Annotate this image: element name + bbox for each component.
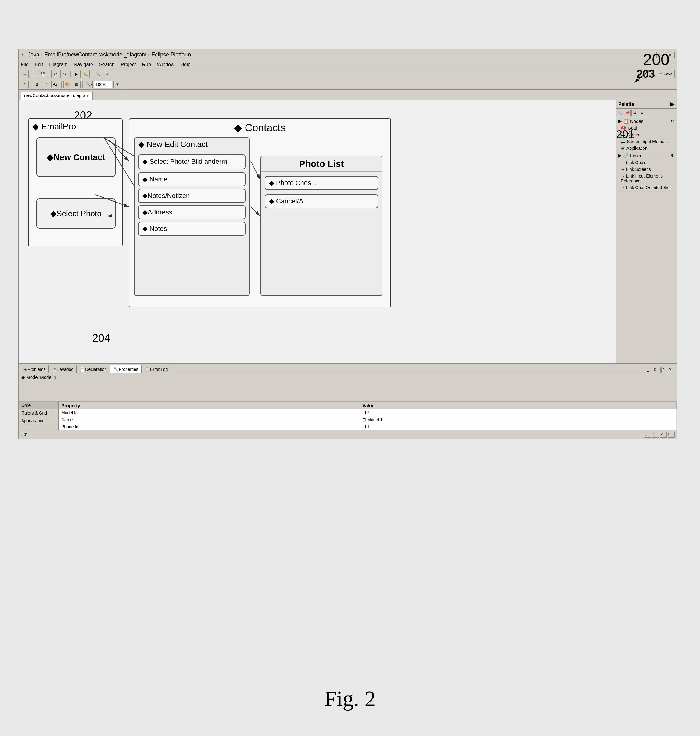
link-goal-oriented-label: → Link Goal-Oriented-Sie — [621, 185, 669, 190]
application-icon: ⚙ — [621, 146, 625, 151]
status-btn-3[interactable]: ↙ — [660, 431, 667, 438]
tb2-select[interactable]: ↖ — [21, 81, 29, 88]
menu-search[interactable]: Search — [99, 62, 115, 68]
tb2-bold[interactable]: B — [33, 81, 41, 88]
tab-errorlog[interactable]: 📋 Error Log — [141, 365, 171, 373]
tb-save[interactable]: 💾 — [39, 70, 47, 78]
props-section-core[interactable]: Core — [19, 402, 58, 409]
palette-item-link-input[interactable]: → Link Input-Element-Reference — [616, 173, 676, 184]
tb2-zoom-out[interactable]: 🔍- — [85, 81, 93, 88]
title-bar: ← Java - EmailPro/newContact.taskmodel_d… — [19, 49, 676, 60]
tb-redo[interactable]: ↪ — [60, 70, 68, 78]
bottom-content: ◆ Model Model 1 — [19, 373, 676, 402]
select-photo-bild-box: ◆ Select Photo/ Bild anderm — [138, 155, 246, 169]
menu-edit[interactable]: Edit — [35, 62, 43, 68]
menu-navigate[interactable]: Navigate — [74, 62, 93, 68]
tab-declaration-icon: 📄 — [80, 367, 85, 372]
model-label: ◆ Model Model 1 — [21, 375, 56, 380]
status-btn-2[interactable]: ≡ — [652, 431, 659, 438]
tb2-italic[interactable]: I — [42, 81, 50, 88]
notes-label: ◆ Notes — [143, 225, 167, 233]
toolbar-2: ↖ B I A↕ 🎨 ⊞ 🔍- ▼ — [19, 79, 676, 90]
new-contact-box: ◆New Contact — [36, 137, 116, 177]
tb-sep2 — [70, 71, 71, 78]
contacts-title: ◆ Contacts — [129, 119, 390, 136]
palette-arrow-right[interactable]: ▶ — [671, 101, 674, 107]
ref-201: 201 — [616, 128, 634, 141]
menu-help[interactable]: Help — [181, 62, 191, 68]
props-section-appearance[interactable]: Appearance — [19, 417, 58, 425]
tb-search[interactable]: 🔍 — [94, 70, 102, 78]
photo-list-title: Photo List — [261, 156, 382, 172]
tab-errorlog-icon: 📋 — [145, 367, 150, 372]
tb-settings[interactable]: ⚙ — [103, 70, 111, 78]
tb-undo[interactable]: ↩ — [51, 70, 59, 78]
palette-header: Palette ▶ — [616, 100, 676, 109]
tab-properties[interactable]: 🔧 Properties — [110, 365, 141, 373]
tb2-zoom-dropdown[interactable]: ▼ — [113, 81, 121, 88]
palette-tb-search[interactable]: 🔍 — [617, 109, 624, 116]
tab-javadoc[interactable]: ☕ Javadoc — [49, 365, 76, 373]
palette-links-header[interactable]: ▶ 🔗 Links ⚙ — [616, 152, 676, 159]
panel-maximize-btn[interactable]: □ — [654, 367, 661, 373]
links-collapse-icon: ▶ — [618, 153, 622, 158]
tb2-grid[interactable]: ⊞ — [73, 81, 81, 88]
prop-phone-id: Phone Id — [59, 423, 360, 430]
tb-new[interactable]: □ — [30, 70, 38, 78]
ref-200-arrow — [628, 67, 653, 85]
val-model-id: Id 2 — [360, 409, 676, 417]
name-label: ◆ Name — [143, 175, 168, 183]
menu-file[interactable]: File — [21, 62, 29, 68]
figure-label: Fig. 2 — [324, 686, 375, 712]
tab-problems-label: Problems — [28, 367, 46, 372]
status-btn-4[interactable]: □ — [668, 431, 675, 438]
tb-back[interactable]: ⬅ — [21, 70, 29, 78]
panel-float-btn[interactable]: ↗ — [661, 367, 668, 373]
panel-minimize-btn[interactable]: _ — [647, 367, 653, 373]
zoom-input[interactable] — [94, 81, 112, 88]
tab-declaration[interactable]: 📄 Declaration — [76, 365, 110, 373]
tb-java-icon[interactable]: ☕ Java — [656, 70, 675, 78]
menu-project[interactable]: Project — [121, 62, 136, 68]
palette-item-application[interactable]: ⚙ Application — [616, 145, 676, 152]
props-model-label: ◆ Model Model 1 — [19, 373, 676, 402]
notes-box: ◆ Notes — [138, 222, 246, 236]
tb-run[interactable]: ▶ — [73, 70, 81, 78]
panel-close-btn[interactable]: ✕ — [669, 367, 675, 373]
menu-diagram[interactable]: Diagram — [49, 62, 68, 68]
tb2-color[interactable]: 🎨 — [63, 81, 71, 88]
palette-section-links-label: Links — [630, 153, 641, 158]
palette-item-link-goal-oriented[interactable]: → Link Goal-Oriented-Sie — [616, 184, 676, 191]
tab-bar: newContact.taskmodel_diagram — [19, 90, 676, 100]
palette-nodes-header[interactable]: ▶ 📋 Nodes ⚙ — [616, 118, 676, 125]
status-right: ⊞ ≡ ↙ □ — [644, 431, 675, 438]
nodes-settings-icon[interactable]: ⚙ — [671, 119, 674, 123]
val-name: ⊞ Model 1 — [360, 417, 676, 423]
props-section-rulers[interactable]: Rulers & Grid — [19, 409, 58, 417]
menu-window[interactable]: Window — [157, 62, 175, 68]
links-settings-icon[interactable]: ⚙ — [671, 153, 674, 158]
palette-item-link-screens[interactable]: → Link Screens — [616, 166, 676, 173]
tb-debug[interactable]: 🐛 — [82, 70, 90, 78]
table-row: Phone Id Id 1 — [59, 423, 676, 430]
palette-tb-more[interactable]: ≡ — [639, 109, 646, 116]
nodes-collapse-icon: ▶ — [618, 118, 622, 124]
palette-item-link-goals[interactable]: — Link Goals — [616, 159, 676, 166]
palette-tb-settings[interactable]: ⚙ — [631, 109, 638, 116]
palette-tb-pin[interactable]: 📌 — [624, 109, 631, 116]
link-goals-label: — Link Goals — [621, 160, 646, 165]
palette-toolbar: 🔍 📌 ⚙ ≡ — [616, 109, 676, 118]
bottom-tab-bar: ⚠ Problems ☕ Javadoc 📄 Declaration 🔧 Pro… — [19, 364, 676, 373]
diagram-area[interactable]: 202 204 205 206 ◆ EmailPro ◆New Contact … — [19, 100, 616, 363]
tb-sep3 — [91, 71, 92, 78]
link-screens-label: → Link Screens — [621, 167, 651, 172]
col-property: Property — [59, 402, 360, 409]
tb2-arrow[interactable]: A↕ — [51, 81, 59, 88]
menu-run[interactable]: Run — [142, 62, 151, 68]
col-value: Value — [360, 402, 676, 409]
tb2-sep1 — [31, 81, 31, 88]
tab-problems[interactable]: ⚠ Problems — [20, 365, 49, 373]
diagram-tab[interactable]: newContact.taskmodel_diagram — [21, 92, 93, 100]
status-btn-1[interactable]: ⊞ — [644, 431, 651, 438]
select-photo-left-label: ◆Select Photo — [50, 209, 101, 218]
